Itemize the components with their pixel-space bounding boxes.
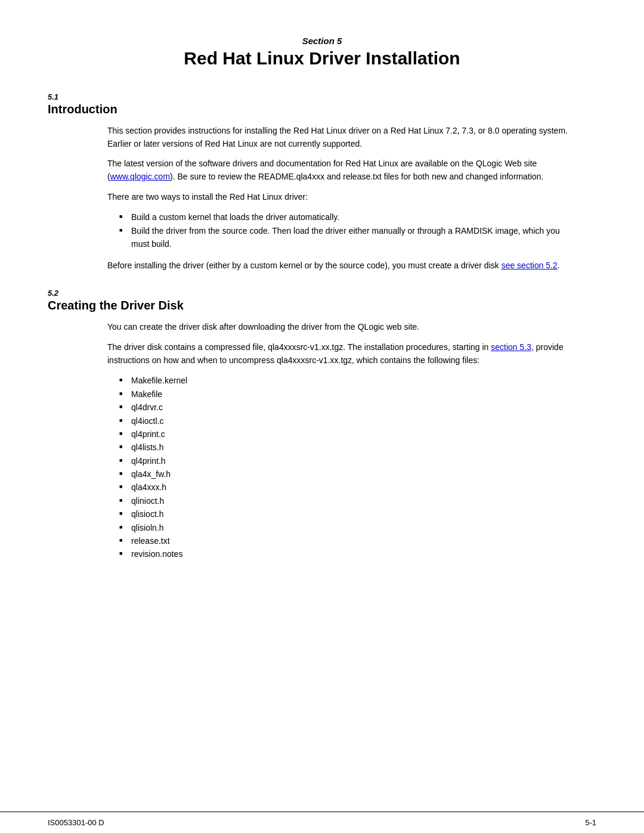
intro-para-1: This section provides instructions for i… xyxy=(107,125,572,150)
section-5-2-number: 5.2 xyxy=(48,289,596,298)
bullet-item-2: Build the driver from the source code. T… xyxy=(119,224,572,251)
page-header: Section 5 Red Hat Linux Driver Installat… xyxy=(48,36,596,69)
driver-disk-para-1: You can create the driver disk after dow… xyxy=(107,321,572,334)
file-item-qla4x-fw: qla4x_fw.h xyxy=(119,467,572,481)
section-5-1-number: 5.1 xyxy=(48,92,596,101)
page-footer: IS0053301-00 D 5-1 xyxy=(0,812,644,833)
file-item-qla4xxx: qla4xxx.h xyxy=(119,481,572,494)
files-list: Makefile.kernel Makefile ql4drvr.c ql4io… xyxy=(119,374,572,561)
section-5-2-heading: Creating the Driver Disk xyxy=(48,299,596,312)
closing-after: . xyxy=(558,261,560,270)
section-5-1-content: This section provides instructions for i… xyxy=(107,125,572,272)
file-item-qlinioct: qlinioct.h xyxy=(119,494,572,507)
section-5-1-heading: Introduction xyxy=(48,103,596,116)
file-item-ql4ioctl: ql4ioctl.c xyxy=(119,414,572,428)
section-5-3-link[interactable]: section 5.3 xyxy=(491,342,531,352)
intro-para-2: The latest version of the software drive… xyxy=(107,157,572,183)
file-item-ql4print-c: ql4print.c xyxy=(119,428,572,441)
file-item-qlisioln: qlisioln.h xyxy=(119,521,572,534)
install-methods-list: Build a custom kernel that loads the dri… xyxy=(119,210,572,250)
page-container: Section 5 Red Hat Linux Driver Installat… xyxy=(0,0,644,833)
driver-disk-para-2: The driver disk contains a compressed fi… xyxy=(107,341,572,367)
page-title: Red Hat Linux Driver Installation xyxy=(48,48,596,69)
closing-before: Before installing the driver (either by … xyxy=(107,261,501,270)
file-item-makefile: Makefile xyxy=(119,388,572,401)
qlogic-link[interactable]: www.qlogic.com xyxy=(110,172,170,181)
section-5-2-content: You can create the driver disk after dow… xyxy=(107,321,572,561)
section-label: Section 5 xyxy=(48,36,596,46)
file-item-ql4print-h: ql4print.h xyxy=(119,454,572,467)
file-item-qlisioct: qlisioct.h xyxy=(119,507,572,521)
closing-para: Before installing the driver (either by … xyxy=(107,259,572,272)
section-5-2: 5.2 Creating the Driver Disk You can cre… xyxy=(48,289,596,561)
footer-left: IS0053301-00 D xyxy=(48,818,104,827)
section-5-1: 5.1 Introduction This section provides i… xyxy=(48,92,596,272)
file-item-release-txt: release.txt xyxy=(119,534,572,547)
section-5-2-link[interactable]: see section 5.2 xyxy=(501,261,558,270)
file-item-makefile-kernel: Makefile.kernel xyxy=(119,374,572,387)
file-item-revision-notes: revision.notes xyxy=(119,547,572,561)
file-item-ql4lists: ql4lists.h xyxy=(119,441,572,454)
intro-para-3: There are two ways to install the Red Ha… xyxy=(107,191,572,204)
file-item-ql4drvr: ql4drvr.c xyxy=(119,401,572,414)
footer-right: 5-1 xyxy=(585,818,596,827)
bullet-item-1: Build a custom kernel that loads the dri… xyxy=(119,210,572,224)
